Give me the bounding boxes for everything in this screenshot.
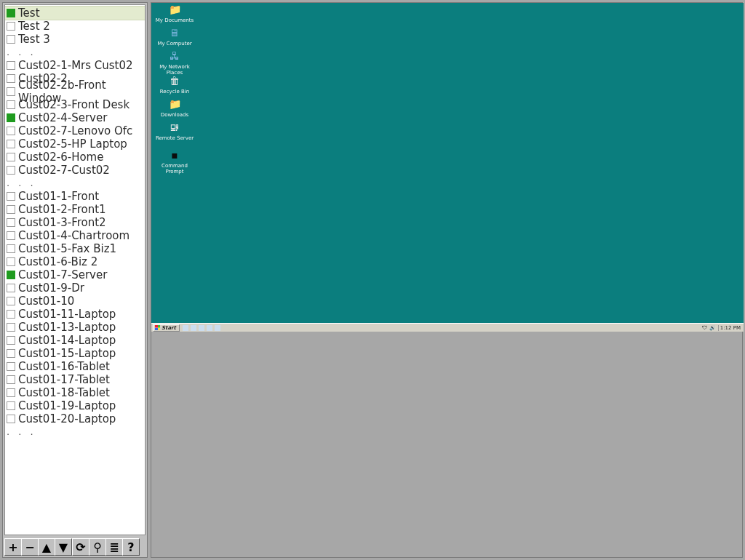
status-indicator-icon — [7, 401, 15, 410]
status-indicator-icon — [7, 192, 15, 201]
status-indicator-icon — [7, 323, 15, 332]
connection-sidebar: TestTest 2Test 3. . .Cust02-1-Mrs Cust02… — [2, 2, 148, 558]
connection-item[interactable]: Test — [5, 7, 145, 20]
connection-item[interactable]: Cust01-20-Laptop — [5, 412, 145, 425]
windows-flag-icon — [155, 325, 160, 330]
connection-item[interactable]: Cust01-14-Laptop — [5, 334, 145, 347]
quick-launch-icon[interactable] — [191, 325, 196, 331]
remote-taskbar: Start 🛡 🔊 1:12 PM — [151, 323, 744, 332]
help-button[interactable]: ? — [122, 538, 140, 556]
connection-item[interactable]: Cust02-7-Cust02 — [5, 164, 145, 177]
status-indicator-icon — [7, 297, 15, 305]
connection-label: Cust02-4-Server — [18, 111, 107, 124]
connection-item[interactable]: Cust01-5-Fax Biz1 — [5, 242, 145, 255]
quick-launch-icon[interactable] — [183, 325, 188, 331]
start-button[interactable]: Start — [153, 324, 180, 332]
connection-item[interactable]: Test 2 — [5, 20, 145, 33]
desktop-icon-label: My Computer — [154, 41, 195, 47]
connection-label: Cust01-3-Front2 — [18, 216, 106, 229]
status-indicator-icon — [7, 22, 15, 31]
bin-icon: 🗑 — [168, 74, 181, 87]
status-indicator-icon — [7, 388, 15, 397]
desktop-icon[interactable]: 📁My Documents — [154, 3, 195, 23]
connection-label: Test 3 — [18, 33, 50, 46]
connection-item[interactable]: Cust01-3-Front2 — [5, 216, 145, 229]
status-indicator-icon — [7, 140, 15, 148]
status-indicator-icon — [7, 362, 15, 371]
connection-item[interactable]: Cust01-19-Laptop — [5, 399, 145, 412]
connection-label: Cust01-19-Laptop — [18, 399, 116, 412]
connection-item[interactable]: Cust01-7-Server — [5, 268, 145, 281]
connection-item[interactable]: Cust01-11-Laptop — [5, 308, 145, 321]
desktop-icon[interactable]: 🖳Remote Server — [154, 121, 195, 141]
connection-item[interactable]: Cust01-9-Dr — [5, 281, 145, 295]
connection-label: Cust01-18-Tablet — [18, 386, 110, 399]
status-indicator-icon — [7, 415, 15, 423]
connection-label: Cust02-7-Cust02 — [18, 164, 110, 177]
start-label: Start — [162, 325, 176, 331]
connection-item[interactable]: Cust01-1-Front — [5, 190, 145, 203]
connection-label: Cust01-5-Fax Biz1 — [18, 242, 116, 255]
connection-label: Cust01-11-Laptop — [18, 308, 116, 321]
desktop-icon[interactable]: 📁Downloads — [154, 97, 195, 118]
connection-item[interactable]: Cust01-15-Laptop — [5, 347, 145, 360]
remote-desktop[interactable]: 📁My Documents🖥My Computer🖧My Network Pla… — [151, 3, 744, 323]
quick-launch-icon[interactable] — [199, 325, 204, 331]
list-button[interactable]: ≣ — [105, 538, 123, 556]
status-indicator-icon — [7, 205, 15, 214]
quick-launch-icon[interactable] — [215, 325, 220, 331]
status-indicator-icon — [7, 310, 15, 319]
tray-icon[interactable]: 🔊 — [709, 325, 716, 331]
connection-item[interactable]: Cust01-4-Chartroom — [5, 229, 145, 242]
connection-label: Cust01-6-Biz 2 — [18, 255, 97, 268]
status-indicator-icon — [7, 74, 15, 83]
status-indicator-icon — [7, 87, 15, 96]
desktop-icon[interactable]: ▪Command Prompt — [154, 148, 195, 175]
connection-item[interactable]: Cust01-10 — [5, 295, 145, 308]
connection-label: Cust01-14-Laptop — [18, 334, 116, 347]
connection-label: Cust01-4-Chartroom — [18, 229, 130, 242]
connection-label: Cust01-17-Tablet — [18, 373, 110, 386]
connection-item[interactable]: Cust02-7-Lenovo Ofc — [5, 124, 145, 137]
add-button[interactable]: + — [4, 538, 22, 556]
connection-label: Cust02-6-Home — [18, 151, 103, 164]
connection-label: Cust02-1-Mrs Cust02 — [18, 59, 133, 72]
connection-item[interactable]: Cust01-16-Tablet — [5, 360, 145, 373]
move-down-button[interactable]: ▼ — [55, 538, 72, 556]
status-indicator-icon — [7, 153, 15, 161]
connection-item[interactable]: Cust01-13-Laptop — [5, 321, 145, 334]
dl-icon: 📁 — [168, 97, 181, 111]
remove-button[interactable]: − — [21, 538, 39, 556]
connection-item[interactable]: Cust02-1-Mrs Cust02 — [5, 59, 145, 72]
connection-label: Cust01-7-Server — [18, 268, 107, 281]
link-button[interactable]: ⚲ — [89, 538, 106, 556]
connection-item[interactable]: Cust02-5-HP Laptop — [5, 137, 145, 151]
connection-item[interactable]: Cust01-2-Front1 — [5, 203, 145, 216]
desktop-icon[interactable]: 🖧My Network Places — [154, 49, 195, 76]
cmd-icon: ▪ — [168, 148, 181, 161]
connection-list[interactable]: TestTest 2Test 3. . .Cust02-1-Mrs Cust02… — [4, 4, 146, 535]
status-indicator-icon — [7, 127, 15, 135]
status-indicator-icon — [7, 284, 15, 292]
group-separator: . . . — [5, 46, 145, 59]
connection-item[interactable]: Cust01-18-Tablet — [5, 386, 145, 399]
desktop-icon[interactable]: 🗑Recycle Bin — [154, 74, 195, 95]
desktop-icon-label: My Documents — [154, 17, 195, 23]
connection-item[interactable]: Cust02-4-Server — [5, 111, 145, 124]
quick-launch-icon[interactable] — [207, 325, 212, 331]
connection-item[interactable]: Cust01-6-Biz 2 — [5, 255, 145, 268]
status-indicator-icon — [7, 218, 15, 227]
desktop-icon[interactable]: 🖥My Computer — [154, 26, 195, 47]
connection-item[interactable]: Cust02-6-Home — [5, 151, 145, 164]
connection-label: Cust01-9-Dr — [18, 281, 84, 295]
tray-icon[interactable]: 🛡 — [702, 325, 707, 331]
connection-item[interactable]: Cust02-2b-Front Window — [5, 85, 145, 98]
connection-item[interactable]: Cust01-17-Tablet — [5, 373, 145, 386]
connection-item[interactable]: Test 3 — [5, 33, 145, 46]
refresh-button[interactable]: ⟳ — [72, 538, 89, 556]
move-up-button[interactable]: ▲ — [38, 538, 55, 556]
connection-item[interactable]: Cust02-3-Front Desk — [5, 98, 145, 111]
status-indicator-icon — [7, 257, 15, 266]
status-indicator-icon — [7, 113, 15, 122]
group-separator: . . . — [5, 177, 145, 190]
